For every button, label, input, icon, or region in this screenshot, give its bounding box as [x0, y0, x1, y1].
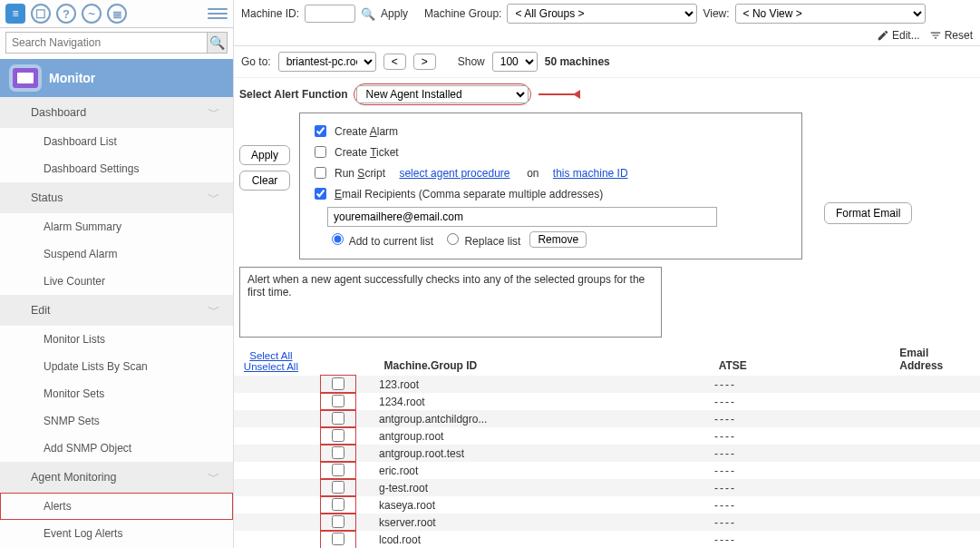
- create-ticket-checkbox[interactable]: [315, 146, 326, 158]
- nav-group-dashboard[interactable]: Dashboard﹀: [0, 97, 233, 128]
- alert-description-text: Alert when a new agent successfully chec…: [247, 273, 645, 298]
- table-row: antgroup.root.test----: [234, 445, 980, 462]
- nav-item-event-log-alerts[interactable]: Event Log Alerts: [0, 520, 233, 547]
- list-icon[interactable]: ≣: [107, 4, 127, 24]
- view-label: View:: [703, 7, 729, 20]
- nav-item-alerts[interactable]: Alerts: [0, 493, 233, 520]
- format-email-button[interactable]: Format Email: [824, 202, 912, 224]
- add-to-list-option[interactable]: Add to current list: [327, 230, 433, 248]
- row-checkbox-highlight: [320, 392, 356, 411]
- nav-item-dashboard-list[interactable]: Dashboard List: [0, 128, 233, 155]
- on-label: on: [527, 167, 539, 180]
- machine-id-input[interactable]: [305, 5, 355, 23]
- machine-group-select[interactable]: < All Groups >: [507, 4, 697, 24]
- main-area: Machine ID: 🔍 Apply Machine Group: < All…: [234, 0, 980, 548]
- goto-select[interactable]: briantest-pc.root.m: [278, 52, 376, 72]
- row-checkbox-highlight: [320, 513, 356, 532]
- alert-function-highlight: New Agent Installed: [354, 83, 531, 105]
- config-area: Apply Clear Create AlarmCreate Alarm Cre…: [234, 113, 980, 267]
- nav-item-alarm-summary[interactable]: Alarm Summary: [0, 213, 233, 240]
- add-to-list-radio[interactable]: [332, 233, 344, 245]
- top-icon-row: ≡ ☐ ? ~ ≣: [0, 0, 233, 28]
- alert-config-box: Create AlarmCreate Alarm Create TicketCr…: [299, 113, 802, 259]
- run-script-checkbox[interactable]: [315, 167, 326, 179]
- table-row: kserver.root----: [234, 514, 980, 531]
- help-icon[interactable]: ?: [56, 4, 76, 24]
- nav-item-update-lists[interactable]: Update Lists By Scan: [0, 353, 233, 380]
- table-row: kaseya.root----: [234, 496, 980, 514]
- clear-button[interactable]: Clear: [239, 171, 290, 191]
- row-select-checkbox[interactable]: [332, 395, 344, 407]
- show-count-select[interactable]: 100: [492, 52, 538, 72]
- edit-view-button[interactable]: Edit...: [877, 29, 920, 42]
- this-machine-link[interactable]: this machine ID: [553, 167, 628, 180]
- alert-function-select[interactable]: New Agent Installed: [356, 85, 529, 103]
- nav-group-agent-monitoring[interactable]: Agent Monitoring﹀: [0, 462, 233, 493]
- row-select-checkbox[interactable]: [332, 515, 344, 528]
- next-page-button[interactable]: >: [413, 54, 436, 70]
- machine-count: 50 machines: [545, 55, 610, 68]
- activity-icon[interactable]: ~: [82, 4, 102, 24]
- replace-list-option[interactable]: Replace list: [442, 230, 520, 248]
- table-row: 123.root----: [234, 376, 980, 393]
- alert-function-row: Select Alert Function New Agent Installe…: [234, 78, 980, 113]
- reset-view-button[interactable]: Reset: [929, 29, 973, 42]
- row-checkbox-highlight: [320, 530, 356, 548]
- select-procedure-link[interactable]: select agent procedure: [399, 167, 509, 180]
- alert-description-box: Alert when a new agent successfully chec…: [239, 267, 662, 338]
- pagination-bar: Go to: briantest-pc.root.m < > Show 100 …: [234, 46, 980, 78]
- nav-search-input[interactable]: [6, 33, 207, 53]
- nav-item-monitor-sets[interactable]: Monitor Sets: [0, 380, 233, 407]
- row-select-checkbox[interactable]: [332, 498, 344, 511]
- nav-group-status[interactable]: Status﹀: [0, 182, 233, 213]
- email-recipients-checkbox[interactable]: [315, 188, 326, 200]
- chevron-down-icon: ﹀: [208, 302, 220, 318]
- machine-group-label: Machine Group:: [424, 7, 501, 20]
- email-recipients-input[interactable]: [327, 207, 717, 227]
- unselect-all-link[interactable]: Unselect All: [239, 361, 303, 372]
- row-select-checkbox[interactable]: [332, 412, 344, 425]
- show-label: Show: [458, 55, 485, 68]
- bookmark-icon[interactable]: ☐: [31, 4, 51, 24]
- prev-page-button[interactable]: <: [383, 54, 406, 70]
- apply-filter-button[interactable]: Apply: [381, 7, 408, 20]
- hamburger-icon[interactable]: [208, 4, 228, 24]
- nav-group-edit[interactable]: Edit﹀: [0, 295, 233, 326]
- atse-cell: ----: [714, 482, 896, 494]
- table-row: 1234.root----: [234, 393, 980, 410]
- machine-group-cell: kserver.root: [379, 516, 714, 529]
- atse-cell: ----: [714, 430, 896, 443]
- create-alarm-checkbox[interactable]: [315, 125, 326, 137]
- remove-button[interactable]: Remove: [529, 231, 587, 248]
- row-checkbox-highlight: [320, 478, 356, 497]
- nav-item-monitor-lists[interactable]: Monitor Lists: [0, 326, 233, 353]
- row-checkbox-highlight: [320, 409, 356, 428]
- search-icon[interactable]: 🔍: [361, 7, 375, 21]
- nav-list: Dashboard﹀ Dashboard List Dashboard Sett…: [0, 97, 233, 548]
- row-select-checkbox[interactable]: [332, 377, 344, 390]
- replace-list-radio[interactable]: [447, 233, 459, 245]
- select-all-link[interactable]: Select All: [239, 350, 303, 361]
- create-alarm-label: Create AlarmCreate Alarm: [335, 125, 398, 138]
- atse-cell: ----: [714, 378, 896, 391]
- row-checkbox-highlight: [320, 444, 356, 463]
- apply-button[interactable]: Apply: [239, 145, 290, 165]
- row-select-checkbox[interactable]: [332, 429, 344, 442]
- table-row: antgroup.antchildgro...----: [234, 410, 980, 427]
- nav-item-snmp-sets[interactable]: SNMP Sets: [0, 407, 233, 435]
- nav-item-dashboard-settings[interactable]: Dashboard Settings: [0, 155, 233, 182]
- nav-item-add-snmp-object[interactable]: Add SNMP Object: [0, 435, 233, 462]
- atse-cell: ----: [714, 533, 896, 546]
- machine-group-cell: antgroup.root: [379, 430, 714, 443]
- row-select-checkbox[interactable]: [332, 446, 344, 459]
- view-select[interactable]: < No View >: [735, 4, 926, 24]
- filter-reset-icon: [929, 29, 942, 42]
- nav-item-suspend-alarm[interactable]: Suspend Alarm: [0, 240, 233, 268]
- row-select-checkbox[interactable]: [332, 533, 344, 545]
- row-select-checkbox[interactable]: [332, 464, 344, 476]
- row-select-checkbox[interactable]: [332, 481, 344, 494]
- module-icon[interactable]: ≡: [5, 4, 25, 24]
- search-icon[interactable]: 🔍: [207, 33, 227, 53]
- nav-item-live-counter[interactable]: Live Counter: [0, 268, 233, 295]
- atse-cell: ----: [714, 413, 896, 426]
